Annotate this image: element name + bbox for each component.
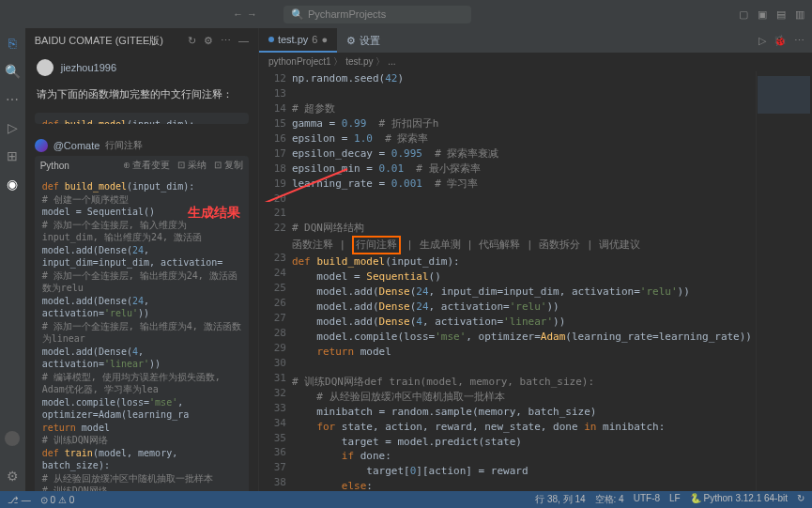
comate-avatar-icon (35, 139, 48, 152)
layout-icon[interactable]: ▢ (739, 8, 748, 21)
gear-icon: ⚙ (346, 35, 356, 47)
more-run-icon[interactable]: ⋯ (794, 35, 804, 47)
editor-content[interactable]: 1213141516171819202122 23242526272829303… (259, 71, 812, 491)
annotation-arrow (235, 164, 366, 202)
apply-button[interactable]: ⊡ 采纳 (177, 159, 207, 172)
extensions-icon[interactable]: ⊞ (7, 148, 18, 163)
branch-status[interactable]: ⎇ — (8, 495, 31, 505)
user-avatar (37, 59, 54, 76)
nav-back-icon[interactable]: ← (233, 8, 243, 20)
indent-status[interactable]: 空格: 4 (595, 493, 624, 506)
code-toolbar: Python ⊕ 查看变更 ⊡ 采纳 ⊡ 复制 (35, 156, 249, 175)
panel-title: BAIDU COMATE (GITEE版) (35, 34, 163, 48)
tab-settings[interactable]: ⚙ 设置 (337, 28, 390, 53)
comate-icon[interactable]: ◉ (7, 177, 18, 192)
language-label: Python (40, 161, 69, 171)
annotation-label: 生成结果 (188, 205, 240, 222)
comate-action-tag: 行间注释 (105, 139, 143, 152)
minimap[interactable] (756, 71, 812, 491)
panel-header: BAIDU COMATE (GITEE版) ↻ ⚙ ⋯ — (25, 28, 258, 54)
breadcrumb[interactable]: pythonProject1 〉 test.py 〉 ... (259, 53, 812, 71)
debug-icon[interactable]: ▷ (8, 120, 18, 135)
interpreter-status[interactable]: 🐍 Python 3.12.1 64-bit (690, 493, 788, 506)
svg-line-1 (244, 169, 347, 202)
settings-icon[interactable]: ⚙ (7, 469, 19, 484)
cursor-position[interactable]: 行 38, 列 14 (535, 493, 585, 506)
layout-icon-4[interactable]: ▥ (795, 8, 804, 21)
minimap-thumb[interactable] (758, 76, 810, 114)
problems-status[interactable]: ⊙ 0 ⚠ 0 (40, 495, 74, 505)
refresh-status-icon[interactable]: ↻ (797, 493, 804, 506)
tab-filename: test.py (278, 34, 308, 45)
eol-status[interactable]: LF (669, 493, 681, 506)
username: jiezhou1996 (61, 62, 116, 73)
nav-forward-icon[interactable]: → (247, 8, 257, 20)
modified-dot-icon (268, 37, 274, 42)
comate-name: @Comate (54, 140, 100, 151)
search-input[interactable]: 🔍 PycharmProjects (283, 6, 471, 23)
editor-area: test.py 6 ● ⚙ 设置 ▷ 🐞 ⋯ pythonProject1 〉 … (259, 28, 812, 491)
line-numbers: 1213141516171819202122 23242526272829303… (259, 71, 292, 491)
explorer-icon[interactable]: ⎘ (8, 36, 16, 51)
gear-icon[interactable]: ⚙ (204, 35, 213, 47)
close-icon[interactable]: ● (321, 34, 328, 45)
layout-icon-2[interactable]: ▣ (758, 8, 767, 21)
run-icon[interactable]: ▷ (758, 35, 766, 47)
tab-label: 设置 (360, 34, 380, 48)
prompt-text: 请为下面的函数增加完整的中文行间注释： (25, 82, 258, 107)
tab-testpy[interactable]: test.py 6 ● (259, 28, 337, 53)
more-icon[interactable]: ⋯ (221, 35, 231, 47)
code-preview: def build_model(input_dim): model = Sequ… (35, 113, 249, 124)
collapse-icon[interactable]: — (238, 35, 249, 47)
generated-code: def build_model(input_dim): # 创建一个顺序模型 m… (35, 175, 249, 508)
project-label: PycharmProjects (308, 8, 386, 20)
activity-bar: ⎘ 🔍 ⋯ ▷ ⊞ ◉ ⚙ (0, 28, 25, 491)
layout-icon-3[interactable]: ▤ (776, 8, 786, 21)
editor-tabs: test.py 6 ● ⚙ 设置 ▷ 🐞 ⋯ (259, 28, 812, 53)
search-icon: 🔍 (291, 8, 304, 21)
search-activity-icon[interactable]: 🔍 (5, 64, 21, 79)
title-bar: ← → 🔍 PycharmProjects ▢ ▣ ▤ ▥ (0, 0, 812, 28)
user-info: jiezhou1996 (25, 54, 258, 82)
tab-count: 6 (312, 34, 317, 45)
encoding-status[interactable]: UTF-8 (634, 493, 660, 506)
status-bar: ⎇ — ⊙ 0 ⚠ 0 行 38, 列 14 空格: 4 UTF-8 LF 🐍 … (0, 491, 812, 508)
bookmark-icon[interactable]: ⋯ (6, 92, 19, 107)
refresh-icon[interactable]: ↻ (188, 35, 196, 47)
debug-run-icon[interactable]: 🐞 (774, 35, 787, 47)
account-avatar[interactable] (5, 431, 20, 446)
view-changes-button[interactable]: ⊕ 查看变更 (123, 159, 171, 172)
comate-panel: BAIDU COMATE (GITEE版) ↻ ⚙ ⋯ — jiezhou199… (25, 28, 259, 491)
